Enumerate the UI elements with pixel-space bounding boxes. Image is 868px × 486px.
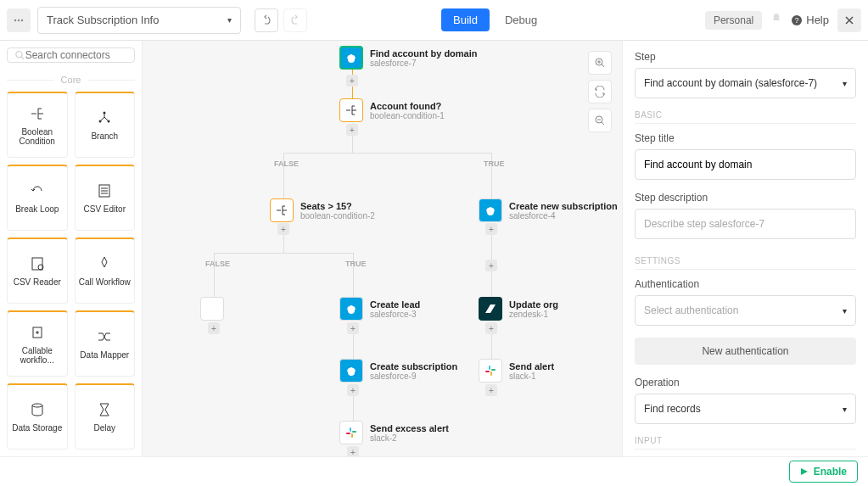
close-button[interactable] [837, 8, 861, 32]
add-step-icon[interactable]: + [347, 384, 359, 396]
svg-point-1 [18, 19, 20, 20]
svg-point-0 [14, 19, 16, 20]
svg-text:?: ? [795, 16, 799, 25]
undo-button[interactable] [255, 8, 278, 32]
branch-false-label: FALSE [274, 159, 299, 168]
svg-point-13 [32, 404, 42, 407]
connector-boolean-condition[interactable]: Boolean Condition [7, 92, 68, 158]
settings-section: SETTINGS [635, 256, 856, 270]
svg-rect-16 [489, 366, 490, 370]
branch-true-label: TRUE [484, 159, 505, 168]
svg-point-5 [16, 51, 22, 57]
connector-data-storage[interactable]: Data Storage [7, 383, 68, 450]
chevron-down-icon: ▾ [843, 79, 847, 88]
node-create-new-sub[interactable]: Create new subscriptionsalesforce-4 [479, 198, 618, 222]
node-account-found[interactable]: Account found?boolean-condition-1 [339, 98, 445, 122]
auth-label: Authentication [635, 278, 856, 290]
salesforce-icon [339, 359, 363, 383]
node-update-org[interactable]: Update orgzendesk-1 [479, 297, 558, 321]
node-create-sub[interactable]: Create subscriptionsalesforce-9 [339, 359, 457, 383]
salesforce-icon [339, 297, 363, 321]
connector-break-loop[interactable]: Break Loop [7, 165, 68, 231]
help-button[interactable]: ? Help [791, 14, 829, 26]
bell-icon[interactable] [770, 13, 782, 27]
step-desc-label: Step description [635, 192, 856, 204]
branch-false-label: FALSE [205, 260, 230, 268]
workflow-select[interactable]: Track Subscription Info ▾ [37, 7, 241, 34]
svg-rect-22 [351, 433, 353, 438]
add-step-icon[interactable]: + [485, 322, 497, 334]
step-title-input[interactable] [635, 149, 856, 180]
add-step-icon[interactable]: + [485, 223, 497, 235]
step-select[interactable]: Find account by domain (salesforce-7)▾ [635, 68, 856, 98]
empty-node-icon [200, 297, 224, 321]
add-step-icon[interactable]: + [347, 446, 359, 456]
salesforce-icon [479, 198, 502, 222]
build-tab[interactable]: Build [441, 8, 490, 31]
zoom-in-button[interactable] [588, 51, 612, 75]
core-section-label: Core [7, 75, 135, 85]
salesforce-icon [339, 46, 363, 70]
add-step-icon[interactable]: + [346, 124, 358, 136]
zendesk-icon [479, 297, 502, 321]
operation-label: Operation [635, 377, 856, 388]
add-step-icon[interactable]: + [485, 384, 497, 396]
menu-button[interactable] [7, 8, 31, 32]
node-empty[interactable] [200, 297, 224, 321]
slack-icon [479, 359, 502, 383]
auth-select[interactable]: Select authentication▾ [635, 295, 856, 326]
play-icon [800, 467, 809, 476]
svg-rect-23 [346, 433, 350, 434]
connector-delay[interactable]: Delay [75, 383, 136, 450]
svg-point-2 [21, 19, 23, 20]
slack-icon [339, 421, 363, 444]
step-title-label: Step title [635, 132, 856, 144]
node-find-account[interactable]: Find account by domainsalesforce-7 [339, 46, 478, 70]
basic-section: BASIC [635, 110, 856, 124]
svg-rect-20 [350, 427, 351, 432]
add-step-icon[interactable]: + [277, 223, 289, 235]
input-section: INPUT [635, 436, 856, 450]
help-label: Help [806, 14, 829, 26]
add-step-icon[interactable]: + [347, 322, 359, 334]
chevron-down-icon: ▾ [227, 15, 232, 25]
enable-button[interactable]: Enable [789, 461, 858, 483]
svg-rect-21 [352, 431, 356, 433]
branch-true-label: TRUE [345, 260, 367, 268]
node-send-alert[interactable]: Send alertslack-1 [479, 359, 554, 383]
zoom-out-button[interactable] [588, 109, 612, 132]
connector-branch[interactable]: Branch [75, 92, 136, 158]
workspace-badge: Personal [705, 11, 762, 30]
redo-button[interactable] [283, 8, 307, 32]
step-desc-input[interactable] [635, 209, 856, 239]
search-input-wrapper[interactable] [7, 47, 135, 63]
svg-rect-19 [485, 371, 490, 372]
zoom-fit-button[interactable] [588, 80, 612, 103]
svg-rect-10 [32, 258, 42, 270]
debug-tab[interactable]: Debug [493, 8, 549, 31]
connector-call-workflow[interactable]: Call Workflow [75, 237, 136, 304]
workflow-canvas[interactable]: + + + + + + + + + + + FALSE TRUE FALSE T… [143, 41, 622, 456]
add-step-icon[interactable]: + [208, 322, 220, 334]
connector-sidebar: Core Boolean Condition Branch Break Loop… [0, 41, 143, 456]
connector-callable-workflow[interactable]: Callable workflo... [7, 310, 68, 377]
condition-icon [270, 198, 294, 222]
search-input[interactable] [25, 49, 127, 61]
chevron-down-icon: ▾ [843, 405, 847, 414]
node-seats[interactable]: Seats > 15?boolean-condition-2 [270, 198, 375, 222]
inspector-panel: Step Find account by domain (salesforce-… [622, 41, 868, 456]
connector-csv-reader[interactable]: CSV Reader [7, 237, 68, 304]
search-icon [14, 49, 25, 61]
svg-rect-17 [491, 369, 496, 371]
operation-select[interactable]: Find records▾ [635, 394, 856, 424]
step-label: Step [635, 51, 856, 63]
chevron-down-icon: ▾ [843, 306, 847, 316]
add-step-icon[interactable]: + [346, 75, 358, 87]
connector-data-mapper[interactable]: Data Mapper [75, 310, 136, 377]
new-auth-button[interactable]: New authentication [635, 338, 856, 365]
connector-csv-editor[interactable]: CSV Editor [75, 165, 136, 231]
condition-icon [339, 98, 363, 122]
add-step-icon[interactable]: + [485, 260, 497, 271]
node-create-lead[interactable]: Create leadsalesforce-3 [339, 297, 420, 321]
node-send-excess[interactable]: Send excess alertslack-2 [339, 421, 449, 444]
